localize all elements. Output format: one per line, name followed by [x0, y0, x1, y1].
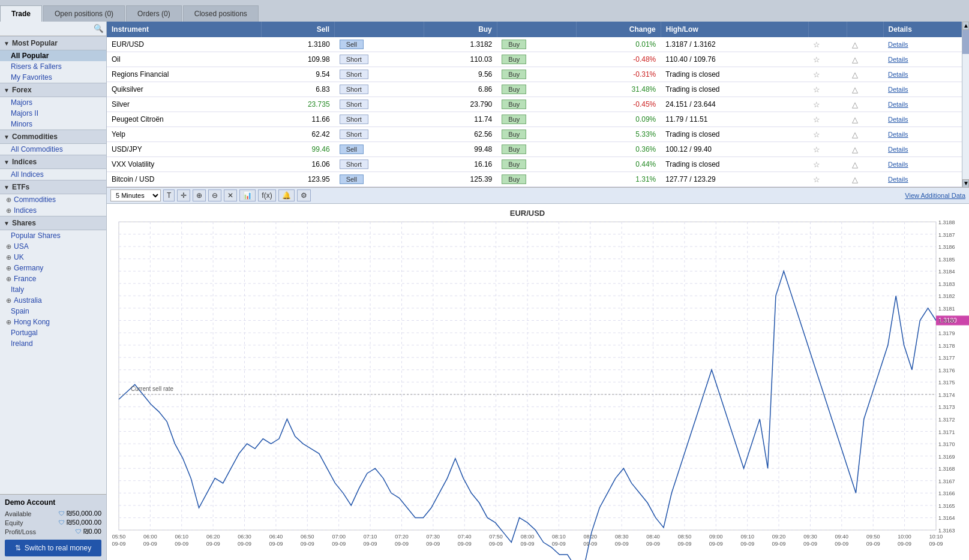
star-button[interactable]: ☆	[813, 145, 820, 154]
toolbar-zoom-out-button[interactable]: ⊖	[208, 189, 221, 201]
cell-buy-btn[interactable]: Buy	[497, 157, 576, 172]
cell-bell[interactable]: △	[847, 112, 883, 127]
timeframe-select[interactable]: 1 Minute5 Minutes15 Minutes30 Minutes1 H…	[110, 189, 161, 201]
sidebar-item-risers-fallers[interactable]: Risers & Fallers	[0, 61, 106, 72]
bell-button[interactable]: △	[852, 145, 858, 154]
cell-bell[interactable]: △	[847, 127, 883, 142]
search-button[interactable]: 🔍	[94, 24, 104, 33]
bell-button[interactable]: △	[852, 175, 858, 184]
cell-star[interactable]: ☆	[808, 67, 847, 82]
scrollbar-up-button[interactable]: ▲	[962, 22, 969, 30]
cell-star[interactable]: ☆	[808, 157, 847, 172]
buy-button[interactable]: Buy	[502, 100, 526, 109]
details-link[interactable]: Details	[888, 116, 908, 123]
star-button[interactable]: ☆	[813, 55, 820, 64]
cell-sell-btn[interactable]: Short	[335, 157, 424, 172]
toolbar-alert-button[interactable]: 🔔	[278, 189, 295, 201]
cell-sell-btn[interactable]: Short	[335, 52, 424, 67]
sidebar-item-my-favorites[interactable]: My Favorites	[0, 72, 106, 83]
buy-button[interactable]: Buy	[502, 130, 526, 139]
star-button[interactable]: ☆	[813, 175, 820, 184]
section-indices[interactable]: ▼ Indices	[0, 155, 106, 169]
sidebar-item-ireland[interactable]: Ireland	[0, 338, 106, 349]
star-button[interactable]: ☆	[813, 130, 820, 139]
scrollbar-thumb[interactable]	[962, 30, 969, 54]
star-button[interactable]: ☆	[813, 40, 820, 49]
cell-buy-btn[interactable]: Buy	[497, 112, 576, 127]
sell-button[interactable]: Short	[340, 55, 368, 64]
sidebar-item-usa[interactable]: ⊕USA	[0, 241, 106, 252]
sidebar-item-spain[interactable]: Spain	[0, 306, 106, 317]
cell-sell-btn[interactable]: Short	[335, 97, 424, 112]
toolbar-text-button[interactable]: T	[163, 189, 175, 201]
buy-button[interactable]: Buy	[502, 159, 526, 169]
cell-details[interactable]: Details	[883, 67, 962, 82]
bell-button[interactable]: △	[852, 85, 858, 94]
star-button[interactable]: ☆	[813, 100, 820, 109]
cell-details[interactable]: Details	[883, 82, 962, 97]
sidebar-item-italy[interactable]: Italy	[0, 284, 106, 295]
bell-button[interactable]: △	[852, 70, 858, 79]
cell-buy-btn[interactable]: Buy	[497, 82, 576, 97]
cell-details[interactable]: Details	[883, 142, 962, 157]
bell-button[interactable]: △	[852, 115, 858, 124]
cell-buy-btn[interactable]: Buy	[497, 127, 576, 142]
buy-button[interactable]: Buy	[502, 85, 526, 94]
sidebar-item-portugal[interactable]: Portugal	[0, 327, 106, 338]
sidebar-item-hong-kong[interactable]: ⊕Hong Kong	[0, 317, 106, 327]
cell-details[interactable]: Details	[883, 172, 962, 187]
cell-sell-btn[interactable]: Short	[335, 127, 424, 142]
section-shares[interactable]: ▼ Shares	[0, 216, 106, 230]
buy-button[interactable]: Buy	[502, 40, 526, 49]
star-button[interactable]: ☆	[813, 85, 820, 94]
cell-details[interactable]: Details	[883, 52, 962, 67]
cell-sell-btn[interactable]: Short	[335, 112, 424, 127]
details-link[interactable]: Details	[888, 86, 908, 93]
sidebar-item-france[interactable]: ⊕France	[0, 273, 106, 284]
cell-details[interactable]: Details	[883, 157, 962, 172]
cell-star[interactable]: ☆	[808, 37, 847, 52]
toolbar-crosshair-button[interactable]: ✛	[177, 189, 190, 201]
sell-button[interactable]: Short	[340, 100, 368, 109]
cell-bell[interactable]: △	[847, 157, 883, 172]
cell-bell[interactable]: △	[847, 142, 883, 157]
cell-bell[interactable]: △	[847, 82, 883, 97]
toolbar-chart-type-button[interactable]: 📊	[239, 189, 256, 201]
sell-button[interactable]: Short	[340, 130, 368, 139]
sidebar-item-etf-indices[interactable]: ⊕Indices	[0, 205, 106, 216]
cell-buy-btn[interactable]: Buy	[497, 142, 576, 157]
cell-bell[interactable]: △	[847, 52, 883, 67]
sidebar-item-majors-ii[interactable]: Majors II	[0, 108, 106, 119]
sidebar-item-germany[interactable]: ⊕Germany	[0, 263, 106, 273]
buy-button[interactable]: Buy	[502, 174, 526, 184]
view-additional-link[interactable]: View Additional Data	[905, 192, 965, 199]
switch-to-real-money-button[interactable]: ⇅ Switch to real money	[5, 540, 101, 556]
sidebar-item-minors[interactable]: Minors	[0, 119, 106, 130]
details-link[interactable]: Details	[888, 41, 908, 48]
buy-button[interactable]: Buy	[502, 70, 526, 79]
buy-button[interactable]: Buy	[502, 115, 526, 124]
cell-details[interactable]: Details	[883, 112, 962, 127]
tab-trade[interactable]: Trade	[0, 5, 42, 22]
cell-star[interactable]: ☆	[808, 97, 847, 112]
star-button[interactable]: ☆	[813, 115, 820, 124]
sidebar-item-popular-shares[interactable]: Popular Shares	[0, 230, 106, 241]
details-link[interactable]: Details	[888, 56, 908, 63]
cell-buy-btn[interactable]: Buy	[497, 37, 576, 52]
cell-sell-btn[interactable]: Sell	[335, 172, 424, 187]
cell-star[interactable]: ☆	[808, 127, 847, 142]
sell-button[interactable]: Short	[340, 159, 368, 169]
cell-bell[interactable]: △	[847, 97, 883, 112]
bell-button[interactable]: △	[852, 160, 858, 169]
cell-buy-btn[interactable]: Buy	[497, 97, 576, 112]
section-forex[interactable]: ▼ Forex	[0, 83, 106, 97]
scrollbar-down-button[interactable]: ▼	[962, 179, 969, 188]
cell-details[interactable]: Details	[883, 97, 962, 112]
sell-button[interactable]: Sell	[340, 40, 364, 49]
tab-orders[interactable]: Orders (0)	[126, 5, 182, 22]
cell-bell[interactable]: △	[847, 37, 883, 52]
cell-star[interactable]: ☆	[808, 82, 847, 97]
sidebar-item-all-popular[interactable]: All Popular	[0, 50, 106, 61]
buy-button[interactable]: Buy	[502, 144, 526, 154]
cell-buy-btn[interactable]: Buy	[497, 52, 576, 67]
